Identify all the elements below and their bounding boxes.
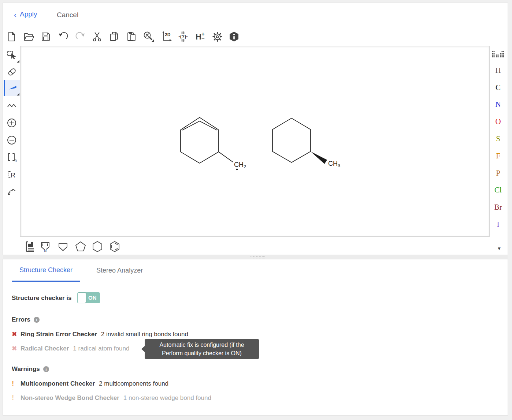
paste-icon (126, 31, 137, 42)
splitter-grip-icon[interactable] (251, 256, 265, 259)
toggle-knob[interactable] (78, 293, 86, 303)
structure-checker-toggle[interactable]: ON (77, 292, 100, 303)
reaction-arrow-tool-button[interactable] (4, 183, 20, 199)
structure-check-button[interactable]: -(?)- (176, 30, 190, 44)
zoom-in-icon (7, 118, 17, 128)
errors-info-icon[interactable]: i (34, 317, 40, 323)
element-button-o[interactable]: O (490, 115, 507, 128)
hydrogens-button[interactable]: H + − (193, 30, 207, 44)
wedge-bond-tool-icon (8, 83, 17, 93)
more-elements-button[interactable]: ▾ (494, 245, 505, 252)
element-button-s[interactable]: S (490, 132, 507, 145)
element-button-c[interactable]: C (490, 81, 507, 94)
structure-checker-toggle-label: Structure checker is (12, 295, 71, 302)
error-row-radical[interactable]: ✖ Radical Checker 1 radical atom found (12, 345, 129, 352)
svg-text:H: H (196, 32, 201, 41)
pyrrole-template-icon: N (39, 240, 52, 253)
cyclohexane-template-icon (91, 240, 104, 253)
tooltip-arrow-icon (141, 346, 145, 352)
copy-button[interactable] (107, 30, 121, 44)
element-button-f[interactable]: F (490, 150, 507, 162)
redo-button[interactable] (73, 30, 87, 44)
settings-button[interactable] (210, 30, 224, 44)
paste-button[interactable] (125, 30, 138, 44)
radical-dot (236, 169, 238, 170)
abbreviated-group-template-button[interactable] (22, 239, 37, 254)
warning-row-nonstereo-wedge[interactable]: ! Non-stereo Wedge Bond Checker 1 non-st… (12, 394, 211, 402)
periodic-table-icon (492, 51, 504, 59)
cyclohexane-template-button[interactable] (90, 239, 105, 254)
zoom-out-button[interactable] (4, 132, 20, 148)
element-button-p[interactable]: P (490, 167, 507, 179)
svg-text:-(?)-: -(?)- (178, 34, 188, 39)
error-x-icon: ✖ (12, 345, 21, 352)
rgroup-tool-button[interactable]: R (4, 167, 20, 183)
structure-check-icon: -(?)- (177, 31, 189, 42)
chain-tool-button[interactable] (4, 97, 20, 113)
clean-2d-button[interactable]: 2D (159, 30, 173, 44)
svg-text:R: R (11, 172, 15, 179)
periodic-table-button[interactable] (492, 51, 505, 61)
errors-section-title: Errors i (12, 316, 40, 323)
benzene-template-button[interactable] (107, 239, 122, 254)
element-button-i[interactable]: I (490, 218, 507, 230)
cut-button[interactable] (90, 30, 104, 44)
apply-label: Apply (20, 10, 37, 18)
tab-stereo-analyzer[interactable]: Stereo Analyzer (89, 259, 150, 282)
element-button-h[interactable]: H (490, 64, 507, 76)
molecule-methylcyclohexane[interactable]: CH3 (272, 118, 340, 168)
zoom-in-button[interactable] (4, 115, 20, 131)
eraser-tool-button[interactable] (4, 64, 20, 80)
drawing-canvas[interactable]: CH2 CH3 (20, 46, 490, 237)
warning-row-multicomponent[interactable]: ! Multicomponent Checker 2 multicomponen… (12, 379, 168, 387)
tab-structure-checker[interactable]: Structure Checker (12, 259, 80, 282)
element-button-n[interactable]: N (490, 98, 507, 110)
save-button[interactable] (39, 30, 53, 44)
panel-splitter[interactable] (3, 255, 508, 259)
new-document-button[interactable] (5, 30, 19, 44)
selection-tool-button[interactable] (4, 47, 20, 63)
error-x-icon: ✖ (12, 330, 21, 338)
add-remove-hydrogens-icon: H + − (194, 31, 206, 42)
cyclopentadiene-template-button[interactable] (55, 239, 71, 254)
svg-text:−: − (201, 35, 205, 42)
radical-atom-label[interactable]: CH2 (234, 161, 246, 169)
error-row-ring-strain[interactable]: ✖ Ring Strain Error Checker 2 invalid sm… (12, 330, 188, 338)
cyclopentadiene-template-icon (57, 240, 69, 253)
bond-tool-button[interactable] (4, 80, 20, 96)
open-button[interactable] (22, 30, 36, 44)
marvin-editor-window: ‹ Apply Cancel (0, 0, 512, 420)
back-chevron-icon: ‹ (14, 11, 16, 18)
divider (49, 7, 49, 23)
methyl-atom-label[interactable]: CH3 (328, 160, 340, 168)
cyclopentane-template-icon (74, 240, 87, 253)
svg-text:N: N (44, 249, 47, 253)
group-brackets-icon: n (7, 152, 17, 162)
undo-button[interactable] (56, 30, 70, 44)
element-button-br[interactable]: Br (490, 201, 507, 213)
pyrrole-template-button[interactable]: N (38, 239, 53, 254)
new-document-icon (6, 31, 17, 42)
benzene-template-icon (108, 240, 121, 253)
zoom-tool-button[interactable] (141, 30, 155, 44)
redo-icon (75, 31, 86, 42)
autofix-tooltip: Automatic fix is configured (if the Perf… (145, 339, 259, 359)
checker-tabs: Structure Checker Stereo Analyzer (3, 259, 508, 282)
warnings-section-title: Warnings i (12, 365, 49, 373)
cyclopentane-template-button[interactable] (73, 239, 88, 254)
apply-button[interactable]: ‹ Apply (14, 10, 37, 18)
molecule-cyclohexadiene-radical[interactable]: CH2 (181, 117, 246, 170)
element-button-cl[interactable]: Cl (490, 184, 507, 196)
cut-scissors-icon (92, 31, 103, 42)
cancel-button[interactable]: Cancel (57, 11, 78, 19)
group-brackets-button[interactable]: n (4, 149, 20, 165)
selection-tool-icon (7, 50, 17, 60)
warnings-info-icon[interactable]: i (43, 366, 49, 372)
undo-icon (58, 31, 69, 42)
checker-panel: Structure Checker Stereo Analyzer Struct… (3, 259, 508, 415)
wedge-bond[interactable] (311, 151, 327, 164)
warning-exclamation-icon: ! (12, 394, 21, 402)
about-button[interactable] (227, 30, 241, 44)
editor-panel: ‹ Apply Cancel (3, 3, 508, 255)
chain-tool-icon (7, 101, 17, 110)
